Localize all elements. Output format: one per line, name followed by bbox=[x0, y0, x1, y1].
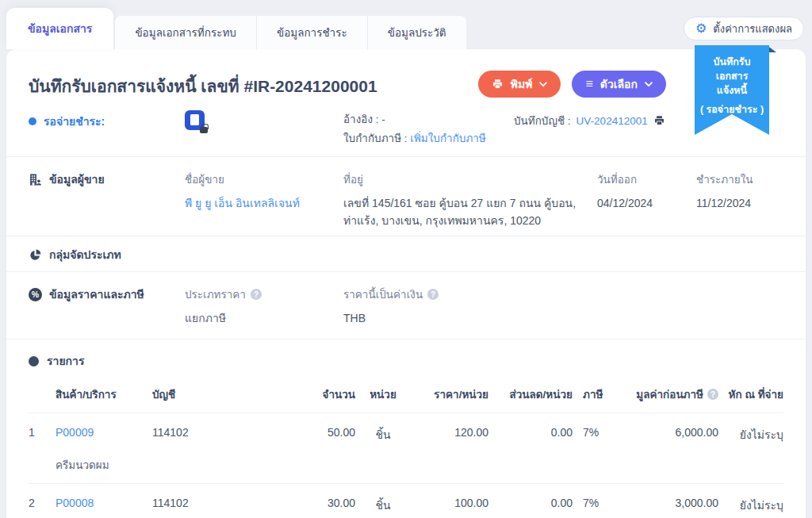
col-pretax-label: มูลค่าก่อนภาษี bbox=[636, 386, 703, 403]
classification-section: กลุ่มจัดประเภท bbox=[6, 236, 806, 271]
item-number: 2 bbox=[29, 497, 56, 518]
reference-line: อ้างอิง : - bbox=[343, 110, 514, 129]
item-unit: ชิ้น bbox=[355, 497, 411, 518]
item-price: 100.00 bbox=[411, 497, 488, 518]
status-badge: รอจ่ายชำระ: bbox=[29, 113, 185, 130]
reference-block: อ้างอิง : - ใบกำกับภาษี : เพิ่มใบกำกับภา… bbox=[343, 110, 514, 148]
status-row: รอจ่ายชำระ: อ้างอิง : - ใบกำกับภาษี : เพ… bbox=[6, 99, 806, 156]
pricing-section: % ข้อมูลราคาและภาษี ประเภทราคา ? แยกภาษี… bbox=[6, 271, 806, 339]
tax-invoice-label: ใบกำกับภาษี : bbox=[343, 132, 408, 144]
item-pretax: 6,000.00 bbox=[623, 426, 718, 474]
table-row: 2 P00008 แชมพู 114102 30.00 ชิ้น 100.00 … bbox=[29, 484, 783, 518]
options-button-label: ตัวเลือก bbox=[600, 75, 638, 93]
tab-label: ข้อมูลเอกสารที่กระทบ bbox=[135, 24, 236, 41]
item-product-cell: P00008 แชมพู bbox=[56, 497, 152, 518]
items-table: สินค้า/บริการ บัญชี จำนวน หน่วย ราคา/หน่… bbox=[29, 370, 783, 518]
product-code-link[interactable]: P00008 bbox=[56, 497, 94, 509]
col-tax: ภาษี bbox=[573, 386, 623, 403]
document-lock-icon[interactable] bbox=[185, 110, 205, 130]
chevron-down-icon bbox=[539, 82, 547, 87]
seller-address-label: ที่อยู่ bbox=[343, 171, 597, 188]
document-lock-wrap bbox=[185, 110, 343, 148]
classification-section-label: กลุ่มจัดประเภท bbox=[49, 246, 121, 263]
seller-section-title: ข้อมูลผู้ขาย bbox=[29, 171, 185, 188]
due-date-field: ชำระภายใน 11/12/2024 bbox=[696, 171, 783, 213]
tab-label: ข้อมูลเอกสาร bbox=[28, 20, 92, 37]
help-icon[interactable]: ? bbox=[707, 389, 718, 400]
gear-icon: ⚙ bbox=[695, 22, 707, 35]
item-tax: 7% bbox=[573, 497, 623, 518]
currency-label: ราคานี้เป็นค่าเงิน bbox=[343, 286, 423, 303]
item-number: 1 bbox=[29, 426, 56, 474]
percent-icon: % bbox=[29, 288, 42, 301]
options-button[interactable]: ≡ ตัวเลือก bbox=[572, 71, 666, 98]
tax-invoice-line: ใบกำกับภาษี : เพิ่มใบกำกับภาษี bbox=[343, 129, 514, 148]
help-icon[interactable]: ? bbox=[427, 289, 439, 300]
document-page-glyph bbox=[190, 114, 199, 125]
seller-address-field: ที่อยู่ เลขที่ 145/161 ซอย คู้บอน 27 แยก… bbox=[343, 171, 597, 229]
currency-label-row: ราคานี้เป็นค่าเงิน ? bbox=[343, 286, 597, 303]
item-price: 120.00 bbox=[411, 426, 488, 474]
ribbon-line-1: บันทึกรับเอกสาร bbox=[698, 56, 766, 84]
product-code-link[interactable]: P00009 bbox=[56, 426, 94, 439]
reference-label: อ้างอิง : bbox=[343, 113, 378, 125]
ledger-label: บันทึกบัญชี : bbox=[514, 112, 571, 129]
pie-chart-icon bbox=[29, 248, 42, 262]
print-ledger-icon[interactable] bbox=[653, 115, 665, 126]
item-tax: 7% bbox=[573, 426, 623, 474]
pricing-section-label: ข้อมูลราคาและภาษี bbox=[49, 286, 144, 303]
price-type-label-row: ประเภทราคา ? bbox=[185, 286, 343, 303]
items-circle-icon bbox=[29, 356, 39, 366]
menu-icon: ≡ bbox=[585, 78, 592, 90]
display-settings-label: ตั้งค่าการแสดงผล bbox=[713, 21, 792, 37]
col-account: บัญชี bbox=[152, 386, 303, 403]
print-button-label: พิมพ์ bbox=[511, 75, 533, 93]
status-label: รอจ่ายชำระ: bbox=[44, 113, 105, 130]
price-type-value: แยกภาษี bbox=[185, 310, 343, 328]
tab-payment-info[interactable]: ข้อมูลการชำระ bbox=[257, 16, 368, 49]
col-wht: หัก ณ ที่จ่าย bbox=[718, 386, 783, 403]
currency-value: THB bbox=[343, 310, 597, 328]
seller-name-link[interactable]: พี ยู ยู เอ็น อินเทลลิเจนท์ bbox=[185, 197, 300, 209]
item-qty: 50.00 bbox=[303, 426, 355, 474]
item-account: 114102 bbox=[152, 497, 303, 518]
table-row: 1 P00009 ครีมนวดผม 114102 50.00 ชิ้น 120… bbox=[29, 413, 783, 484]
display-settings-button[interactable]: ⚙ ตั้งค่าการแสดงผล bbox=[684, 17, 804, 40]
col-pretax: มูลค่าก่อนภาษี ? bbox=[623, 386, 718, 403]
item-wht: ยังไม่ระบุ bbox=[718, 426, 783, 474]
help-icon[interactable]: ? bbox=[251, 289, 262, 300]
ledger-entry-link[interactable]: UV-202412001 bbox=[576, 115, 648, 127]
col-product: สินค้า/บริการ bbox=[56, 386, 152, 403]
tab-document-info[interactable]: ข้อมูลเอกสาร bbox=[6, 8, 113, 49]
col-qty: จำนวน bbox=[303, 386, 355, 403]
item-pretax: 3,000.00 bbox=[623, 497, 718, 518]
items-section: รายการ สินค้า/บริการ บัญชี จำนวน หน่วย ร… bbox=[6, 339, 806, 518]
items-section-title: รายการ bbox=[6, 352, 806, 370]
tab-affected-documents[interactable]: ข้อมูลเอกสารที่กระทบ bbox=[115, 16, 257, 49]
tab-history-info[interactable]: ข้อมูลประวัติ bbox=[368, 16, 466, 49]
seller-name-field: ชื่อผู้ขาย พี ยู ยู เอ็น อินเทลลิเจนท์ bbox=[185, 171, 343, 213]
tab-label: ข้อมูลการชำระ bbox=[277, 24, 347, 41]
document-header: บันทึกรับเอกสารแจ้งหนี้ เลขที่ #IR-20241… bbox=[6, 49, 806, 99]
col-number bbox=[29, 386, 56, 403]
seller-building-icon bbox=[29, 173, 42, 186]
item-discount: 0.00 bbox=[488, 497, 573, 518]
due-date-value: 11/12/2024 bbox=[696, 195, 783, 213]
tab-label: ข้อมูลประวัติ bbox=[388, 24, 446, 41]
print-button[interactable]: พิมพ์ bbox=[478, 71, 561, 98]
tab-group: ข้อมูลเอกสารที่กระทบ ข้อมูลการชำระ ข้อมู… bbox=[115, 16, 465, 49]
seller-address-value: เลขที่ 145/161 ซอย คู้บอน 27 แยก 7 ถนน ค… bbox=[343, 195, 597, 229]
product-name: ครีมนวดผม bbox=[56, 456, 152, 474]
classification-section-title: กลุ่มจัดประเภท bbox=[29, 246, 185, 263]
item-qty: 30.00 bbox=[303, 497, 355, 518]
item-discount: 0.00 bbox=[488, 426, 573, 474]
pricing-section-title: % ข้อมูลราคาและภาษี bbox=[29, 286, 185, 303]
tab-bar: ข้อมูลเอกสาร ข้อมูลเอกสารที่กระทบ ข้อมูล… bbox=[6, 0, 466, 49]
items-section-label: รายการ bbox=[47, 352, 84, 370]
col-discount: ส่วนลด/หน่วย bbox=[488, 386, 573, 403]
seller-section: ข้อมูลผู้ขาย ชื่อผู้ขาย พี ยู ยู เอ็น อิ… bbox=[6, 156, 806, 236]
item-account: 114102 bbox=[152, 426, 303, 474]
add-tax-invoice-link[interactable]: เพิ่มใบกำกับภาษี bbox=[410, 132, 485, 144]
col-unit: หน่วย bbox=[355, 386, 411, 403]
price-type-field: ประเภทราคา ? แยกภาษี bbox=[185, 286, 343, 328]
